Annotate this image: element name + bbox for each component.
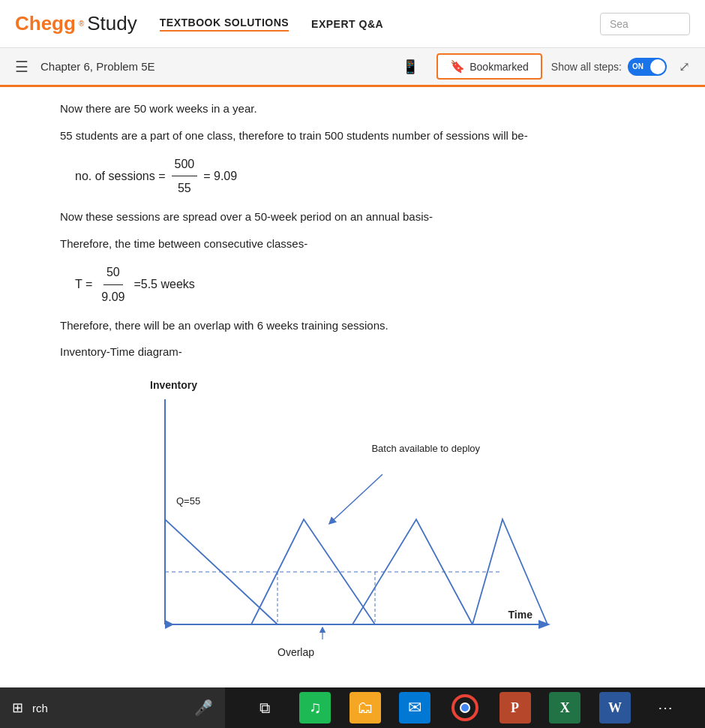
formula2-denominator: 9.09	[98, 285, 128, 307]
chart-svg	[105, 392, 585, 684]
steps-toggle[interactable]: ON	[628, 58, 667, 76]
svg-line-5	[330, 474, 382, 523]
chrome-icon[interactable]	[449, 692, 481, 723]
taskbar-mic-icon[interactable]: 🎤	[194, 699, 213, 717]
formula1: no. of sessions = 500 55 = 9.09	[75, 154, 645, 198]
nav-expert-qa[interactable]: EXPERT Q&A	[311, 18, 383, 30]
files-icon[interactable]: 🗂	[350, 692, 381, 723]
logo-study: Study	[87, 12, 137, 35]
show-steps: Show all steps: ON	[551, 58, 667, 76]
taskbar-search-text: rch	[32, 702, 48, 714]
line2: 55 students are a part of one class, the…	[60, 126, 645, 146]
formula2: T = 50 9.09 =5.5 weeks	[75, 262, 645, 306]
powerpoint-icon[interactable]: P	[500, 692, 531, 723]
bookmark-icon: 🔖	[450, 59, 465, 74]
main-content: Now there are 50 work weeks in a year. 5…	[0, 87, 705, 687]
formula1-result: = 9.09	[203, 166, 237, 186]
bookmark-button[interactable]: 🔖 Bookmarked	[436, 53, 542, 80]
search-box[interactable]: Sea	[600, 13, 690, 35]
logo-chegg: Chegg	[15, 12, 76, 35]
formula1-denominator: 55	[175, 176, 194, 198]
logo[interactable]: Chegg ® Study	[15, 12, 137, 35]
formula2-fraction: 50 9.09	[98, 262, 128, 306]
show-steps-label: Show all steps:	[551, 61, 622, 73]
formula1-prefix: no. of sessions =	[75, 166, 166, 186]
chapter-label: Chapter 6, Problem 5E	[40, 60, 384, 73]
formula1-numerator: 500	[172, 154, 198, 176]
taskbar: ⊞ rch 🎤 ⧉ ♫ 🗂 ✉ P X W ⋯	[0, 687, 705, 728]
expand-icon[interactable]: ⤢	[676, 56, 693, 78]
task-view-icon[interactable]: ⧉	[249, 692, 280, 723]
line6: Inventory-Time diagram-	[60, 342, 645, 362]
taskbar-icons: ⧉ ♫ 🗂 ✉ P X W ⋯	[225, 692, 705, 723]
toggle-text: ON	[632, 62, 644, 71]
hamburger-icon[interactable]: ☰	[12, 55, 32, 79]
bookmark-label: Bookmarked	[470, 61, 529, 73]
formula2-prefix: T =	[75, 274, 92, 294]
more-icons[interactable]: ⋯	[650, 692, 681, 723]
spotify-icon[interactable]: ♫	[299, 692, 331, 723]
top-nav: Chegg ® Study TEXTBOOK SOLUTIONS EXPERT …	[0, 0, 705, 48]
sub-nav: ☰ Chapter 6, Problem 5E 📱 🔖 Bookmarked S…	[0, 48, 705, 87]
mail-icon[interactable]: ✉	[399, 692, 430, 723]
nav-links: TEXTBOOK SOLUTIONS EXPERT Q&A	[160, 17, 383, 32]
formula2-numerator: 50	[104, 262, 123, 284]
excel-icon[interactable]: X	[549, 692, 580, 723]
word-icon[interactable]: W	[599, 692, 631, 723]
windows-icon[interactable]: ⊞	[12, 699, 23, 716]
inventory-time-chart: Inventory Time Overlap Q=55 Batch availa…	[60, 369, 555, 684]
taskbar-search-area[interactable]: ⊞ rch 🎤	[0, 687, 225, 728]
line5: Therefore, there will be an overlap with…	[60, 316, 645, 335]
line3: Now these sessions are spread over a 50-…	[60, 207, 645, 227]
toggle-knob	[650, 59, 665, 74]
phone-icon[interactable]: 📱	[393, 56, 428, 78]
formula1-fraction: 500 55	[172, 154, 198, 198]
line1: Now there are 50 work weeks in a year.	[60, 99, 645, 119]
formula2-result: =5.5 weeks	[134, 274, 194, 294]
nav-textbook-solutions[interactable]: TEXTBOOK SOLUTIONS	[160, 17, 289, 32]
line4: Therefore, the time between consecutive …	[60, 234, 645, 254]
